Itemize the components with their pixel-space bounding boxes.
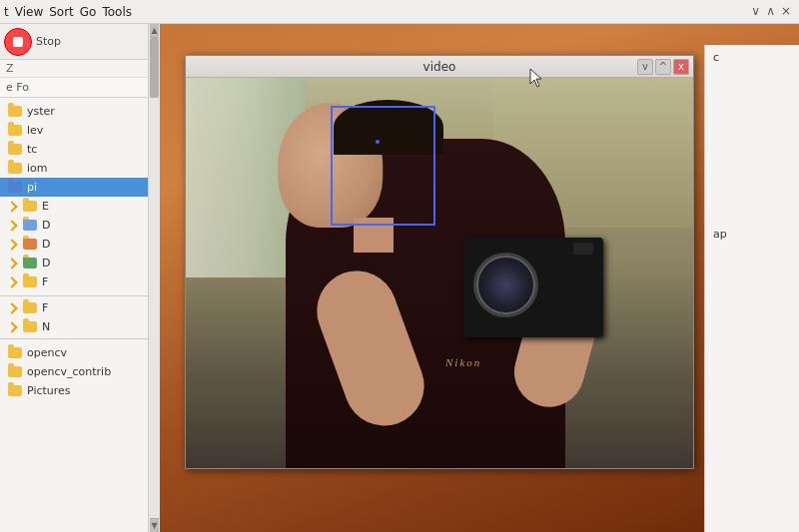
sidebar-item-pictures[interactable]: Pictures xyxy=(0,381,159,400)
video-titlebar-controls: v ^ x xyxy=(637,59,689,75)
stop-icon xyxy=(13,37,23,47)
wm-maximize[interactable]: ∧ xyxy=(766,4,775,18)
file-manager-window: Stop Z e Fo yster lev tc iom pi xyxy=(0,24,160,532)
sidebar-item-label: F xyxy=(42,275,48,288)
lens-ring xyxy=(476,256,535,314)
sidebar-item-yster[interactable]: yster xyxy=(0,102,159,121)
folder-icon xyxy=(8,125,22,136)
z-label: Z xyxy=(0,60,159,78)
sidebar-item-label: lev xyxy=(27,124,43,137)
footer-folder-section: opencv opencv_contrib Pictures xyxy=(0,338,159,404)
arrow-icon xyxy=(6,276,17,287)
sidebar-item-n[interactable]: N xyxy=(0,317,159,336)
arrow-icon xyxy=(6,321,17,332)
scrollbar[interactable]: ▲ ▼ xyxy=(148,24,160,532)
arrow-icon xyxy=(6,201,17,212)
sidebar-item-d3[interactable]: D xyxy=(0,254,159,272)
scrollbar-down[interactable]: ▼ xyxy=(150,518,159,532)
arrow-icon xyxy=(6,220,17,231)
sidebar-item-d2[interactable]: D xyxy=(0,235,159,254)
scrollbar-up[interactable]: ▲ xyxy=(150,24,159,38)
sidebar-item-pi[interactable]: pi xyxy=(0,178,159,197)
wm-close[interactable]: × xyxy=(781,4,791,18)
sidebar-item-label: opencv_contrib xyxy=(27,365,111,378)
camera-object xyxy=(463,238,603,337)
wm-minimize[interactable]: ∨ xyxy=(751,4,760,18)
folder-icon xyxy=(8,385,22,396)
sidebar-item-home[interactable]: iom xyxy=(0,159,159,178)
folder-icon xyxy=(23,302,37,313)
bottom-folder-section: F N xyxy=(0,295,159,338)
video-title: video xyxy=(423,60,456,74)
stop-button[interactable] xyxy=(4,28,32,56)
folder-icon xyxy=(8,106,22,117)
file-manager-toolbar: Stop xyxy=(0,24,159,60)
folder-icon xyxy=(23,239,37,250)
menu-item-view[interactable]: View xyxy=(15,5,43,19)
folder-icon xyxy=(8,366,22,377)
sidebar-item-e[interactable]: E xyxy=(0,197,159,216)
camera-viewfinder xyxy=(573,243,593,255)
video-minimize-btn[interactable]: v xyxy=(637,59,653,75)
folder-icon xyxy=(23,258,37,268)
arrow-icon xyxy=(6,258,17,268)
folder-icon xyxy=(23,220,37,231)
menubar: t View Sort Go Tools xyxy=(0,0,799,24)
folder-icon xyxy=(8,163,22,174)
video-maximize-btn[interactable]: ^ xyxy=(655,59,671,75)
camera-brand: Nikon xyxy=(445,356,481,368)
video-content: Nikon xyxy=(186,78,693,468)
sidebar-item-d1[interactable]: D xyxy=(0,216,159,235)
eye-detection-dot xyxy=(376,140,380,144)
video-window: video v ^ x xyxy=(185,55,694,469)
sidebar-item-label: F xyxy=(42,301,48,314)
sidebar-item-label: D xyxy=(42,219,50,232)
scrollbar-thumb[interactable] xyxy=(150,38,159,98)
sidebar-item-label: tc xyxy=(27,143,37,156)
sidebar-item-opencv-contrib[interactable]: opencv_contrib xyxy=(0,362,159,381)
sidebar-item-f2[interactable]: F xyxy=(0,298,159,317)
menu-item-go[interactable]: Go xyxy=(80,5,97,19)
folder-icon xyxy=(8,347,22,358)
sidebar-item-label: E xyxy=(42,200,49,213)
sidebar-item-label: iom xyxy=(27,162,48,175)
folder-icon xyxy=(8,182,22,193)
sidebar-item-label: opencv xyxy=(27,346,67,359)
sidebar-item-label: N xyxy=(42,320,50,333)
video-titlebar: video v ^ x xyxy=(186,56,693,78)
right-panel-item-c: c xyxy=(705,49,799,66)
right-panel-items: c ap xyxy=(705,45,799,247)
folder-icon xyxy=(23,276,37,287)
arrow-icon xyxy=(6,239,17,250)
folder-icon xyxy=(8,144,22,155)
menu-item-t[interactable]: t xyxy=(4,5,9,19)
sidebar-item-label: yster xyxy=(27,105,55,118)
menu-item-sort[interactable]: Sort xyxy=(49,5,74,19)
right-panel-item-ap: ap xyxy=(705,226,799,243)
folder-icon xyxy=(23,321,37,332)
sidebar-item-label: D xyxy=(42,257,50,269)
sidebar-item-f[interactable]: F xyxy=(0,272,159,291)
path-text: e Fo xyxy=(6,81,29,94)
sidebar-item-label: pi xyxy=(27,181,37,194)
right-panel: c ap xyxy=(704,45,799,532)
sidebar-panel: yster lev tc iom pi E D xyxy=(0,98,159,295)
video-close-btn[interactable]: x xyxy=(673,59,689,75)
sidebar-item-lev[interactable]: lev xyxy=(0,121,159,140)
path-bar: e Fo xyxy=(0,78,159,98)
arrow-icon xyxy=(6,302,17,313)
video-frame: Nikon xyxy=(186,78,693,468)
menu-item-tools[interactable]: Tools xyxy=(102,5,132,19)
folder-icon xyxy=(23,201,37,212)
sidebar-item-tc[interactable]: tc xyxy=(0,140,159,159)
face-detection-box xyxy=(331,106,435,226)
window-manager-controls: ∨ ∧ × xyxy=(751,4,791,18)
sidebar-item-label: D xyxy=(42,238,50,251)
sidebar-item-opencv[interactable]: opencv xyxy=(0,343,159,362)
stop-label: Stop xyxy=(36,35,61,48)
sidebar-item-label: Pictures xyxy=(27,384,71,397)
